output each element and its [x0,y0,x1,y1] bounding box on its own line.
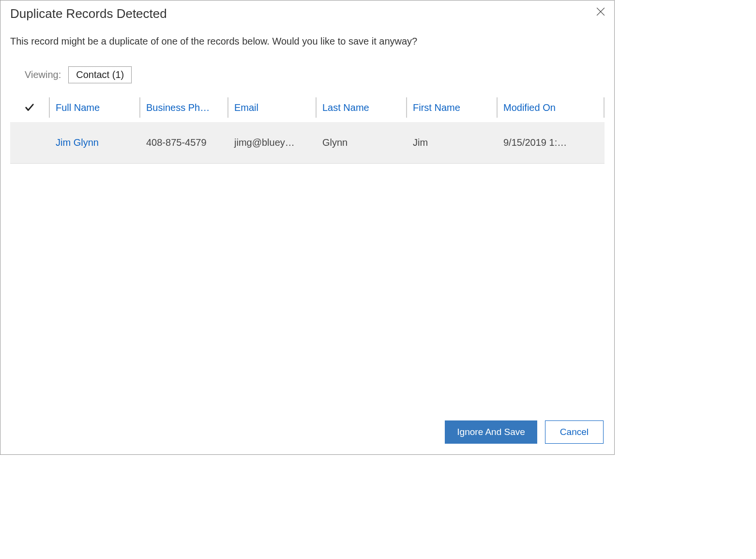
dialog-message: This record might be a duplicate of one … [0,21,614,57]
cell-firstname: Jim [407,137,497,148]
column-header-business-phone[interactable]: Business Ph… [140,102,227,113]
dialog-footer: Ignore And Save Cancel [0,411,614,454]
column-header-modified[interactable]: Modified On [498,102,604,113]
column-header-email[interactable]: Email [228,102,316,113]
checkmark-icon [24,102,35,113]
cell-fullname[interactable]: Jim Glynn [50,137,139,148]
cell-business-phone: 408-875-4579 [140,137,227,148]
dialog-header: Duplicate Records Detected [0,0,614,21]
viewing-row: Viewing: Contact (1) [0,57,614,88]
cancel-button[interactable]: Cancel [545,420,604,444]
column-header-firstname[interactable]: First Name [407,102,497,113]
cell-email: jimg@bluey… [228,137,316,148]
table-row[interactable]: Jim Glynn 408-875-4579 jimg@bluey… Glynn… [10,122,605,163]
cell-lastname: Glynn [317,137,406,148]
grid-header-row: Full Name Business Ph… Email Last Name F… [10,93,605,122]
viewing-chip[interactable]: Contact (1) [68,66,132,83]
viewing-label: Viewing: [25,69,61,80]
column-separator [604,97,605,118]
close-button[interactable] [594,5,607,19]
duplicate-records-dialog: Duplicate Records Detected This record m… [0,0,615,455]
column-header-lastname[interactable]: Last Name [317,102,406,113]
duplicates-grid: Full Name Business Ph… Email Last Name F… [10,93,605,164]
ignore-and-save-button[interactable]: Ignore And Save [445,420,537,444]
column-header-select[interactable] [10,102,49,113]
cell-modified: 9/15/2019 1:… [498,137,604,148]
close-icon [596,7,605,16]
column-header-fullname[interactable]: Full Name [50,102,139,113]
dialog-title: Duplicate Records Detected [10,6,167,21]
